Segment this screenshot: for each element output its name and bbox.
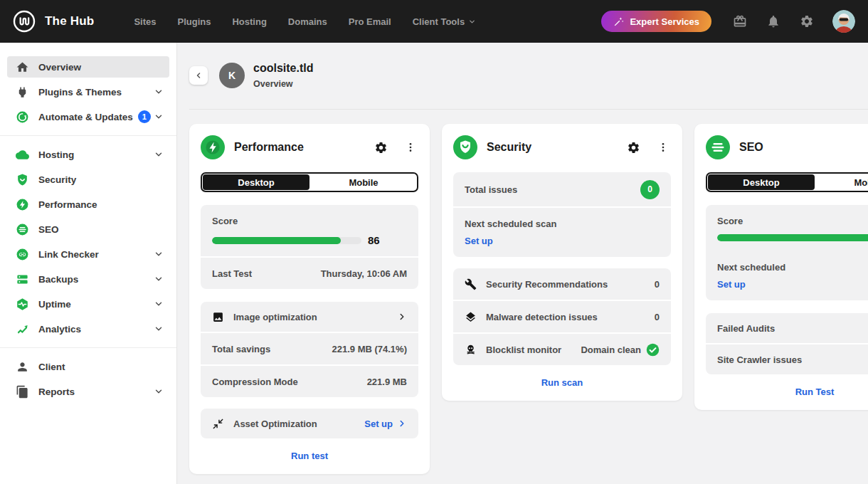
asset-optimization-label: Asset Optimization: [233, 419, 317, 429]
expert-services-label: Expert Services: [630, 16, 699, 27]
tab-mobile[interactable]: Mobile: [310, 174, 417, 191]
sidebar-item-analytics[interactable]: Analytics: [7, 318, 169, 340]
failed-audits-row: Failed Audits: [706, 313, 868, 343]
performance-icon: [201, 135, 225, 159]
device-toggle: Desktop Mobile: [201, 172, 418, 192]
image-optimization-row[interactable]: Image optimization: [201, 302, 418, 332]
sidebar-item-seo[interactable]: SEO: [7, 219, 169, 240]
sidebar-item-plugins-themes[interactable]: Plugins & Themes: [7, 81, 169, 102]
image-optimization-label: Image optimization: [233, 312, 317, 322]
gear-icon[interactable]: [800, 14, 814, 28]
chevron-down-icon: [154, 274, 164, 284]
gift-icon[interactable]: [733, 14, 747, 28]
check-circle-icon: [646, 343, 660, 357]
tab-desktop[interactable]: Desktop: [203, 174, 309, 190]
compression-mode-value: 221.9 MB: [367, 377, 407, 387]
wrench-icon: [465, 278, 477, 290]
sidebar-item-label: Backups: [38, 274, 78, 285]
person-icon: [16, 360, 29, 374]
nav-plugins[interactable]: Plugins: [177, 16, 211, 27]
next-scan-setup-link[interactable]: Set up: [465, 236, 493, 246]
card-title: Performance: [234, 141, 304, 154]
nav-hosting[interactable]: Hosting: [232, 16, 266, 27]
row-label: Malware detection issues: [486, 312, 598, 322]
back-button[interactable]: [189, 66, 208, 85]
home-icon: [16, 60, 29, 74]
sidebar-item-label: Hosting: [38, 149, 74, 160]
more-menu-icon[interactable]: [405, 142, 416, 153]
chevron-right-icon: [397, 312, 407, 322]
seo-card: SEO Desktop Mobile Score Next scheduled …: [694, 124, 868, 410]
run-test-button[interactable]: Run Test: [795, 386, 835, 397]
next-scheduled-block: Next scheduled Set up: [706, 251, 868, 300]
sidebar-item-client[interactable]: Client: [7, 356, 169, 377]
page-title: Overview: [253, 79, 313, 89]
tab-desktop[interactable]: Desktop: [708, 174, 815, 190]
last-test-value: Thursday, 10:06 AM: [321, 268, 407, 279]
score-label: Score: [717, 216, 743, 226]
chevron-down-icon: [154, 149, 164, 159]
next-scheduled-setup-link[interactable]: Set up: [717, 279, 746, 290]
sidebar-item-label: Link Checker: [38, 249, 99, 260]
sidebar-item-link-checker[interactable]: Link Checker: [7, 243, 169, 265]
sidebar-item-automate-updates[interactable]: Automate & Updates 1: [7, 106, 169, 127]
tab-mobile[interactable]: Mobile: [815, 174, 868, 191]
expert-services-button[interactable]: Expert Services: [601, 11, 711, 32]
sidebar-item-backups[interactable]: Backups: [7, 268, 169, 290]
failed-audits-label: Failed Audits: [717, 323, 775, 334]
score-bar-fill: [212, 237, 341, 244]
sidebar-item-label: Client: [38, 362, 65, 372]
plug-icon: [16, 85, 29, 99]
site-crawler-label: Site Crawler issues: [717, 354, 802, 365]
sidebar-item-overview[interactable]: Overview: [7, 56, 169, 78]
backups-stack-icon: [16, 273, 29, 286]
site-avatar: K: [219, 63, 245, 88]
bell-icon[interactable]: [766, 14, 780, 28]
sidebar-item-hosting[interactable]: Hosting: [7, 144, 169, 165]
more-menu-icon[interactable]: [657, 142, 669, 153]
asset-optimization-setup-link[interactable]: Set up: [364, 419, 393, 429]
user-avatar[interactable]: [832, 10, 855, 33]
score-label: Score: [212, 216, 238, 226]
gear-icon[interactable]: [627, 141, 640, 154]
row-label: Security Recommendations: [486, 279, 608, 290]
total-issues-badge: 0: [640, 180, 660, 199]
sidebar-item-performance[interactable]: Performance: [7, 194, 169, 215]
performance-bolt-icon: [16, 198, 29, 211]
score-value: 86: [368, 234, 380, 246]
nav-domains[interactable]: Domains: [288, 16, 327, 27]
layers-icon: [465, 311, 477, 323]
sidebar: Overview Plugins & Themes Automate & Upd…: [0, 43, 177, 484]
site-crawler-row: Site Crawler issues: [706, 344, 868, 374]
sidebar-item-security[interactable]: Security: [7, 169, 169, 190]
top-bar: The Hub Sites Plugins Hosting Domains Pr…: [0, 0, 868, 43]
compress-icon: [212, 418, 224, 430]
row-label: Blocklist monitor: [486, 344, 561, 355]
sidebar-item-uptime[interactable]: Uptime: [7, 293, 169, 315]
site-header: K coolsite.tld Overview: [189, 62, 868, 89]
gear-icon[interactable]: [374, 141, 388, 154]
asset-optimization-row[interactable]: Asset Optimization Set up: [201, 409, 418, 438]
sidebar-item-label: Overview: [38, 62, 81, 73]
chevron-down-icon: [154, 299, 164, 309]
automate-icon: [16, 110, 29, 124]
nav-pro-email[interactable]: Pro Email: [349, 16, 391, 27]
chevron-left-icon: [194, 71, 203, 80]
score-bar-track: [212, 237, 361, 244]
nav-client-tools[interactable]: Client Tools: [413, 16, 476, 27]
security-card: Security Total issues 0 Next scheduled s…: [442, 124, 682, 401]
next-scan-block: Next scheduled scan Set up: [453, 208, 671, 257]
sidebar-item-label: SEO: [38, 224, 59, 235]
security-recommendations-row: Security Recommendations 0: [453, 268, 671, 300]
next-scheduled-label: Next scheduled: [717, 262, 785, 273]
score-bar-track: [717, 234, 868, 241]
card-title: Security: [487, 141, 531, 154]
sidebar-item-label: Reports: [38, 386, 75, 397]
run-test-button[interactable]: Run test: [291, 451, 328, 461]
sidebar-item-label: Uptime: [38, 299, 71, 310]
sidebar-item-reports[interactable]: Reports: [7, 381, 169, 402]
run-scan-button[interactable]: Run scan: [541, 377, 583, 388]
chevron-down-icon: [154, 324, 164, 334]
next-scan-label: Next scheduled scan: [465, 219, 556, 229]
nav-sites[interactable]: Sites: [134, 16, 156, 27]
